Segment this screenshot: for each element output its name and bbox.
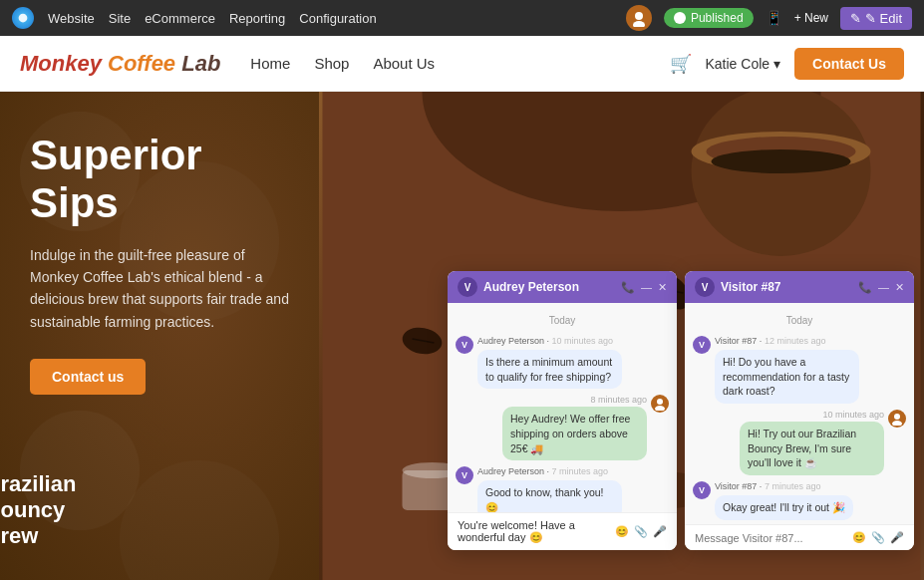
- msg-group: Audrey Peterson · 10 minutes ago Is ther…: [477, 336, 622, 389]
- emoji-icon[interactable]: 😊: [615, 525, 629, 538]
- visitor-msg-group-2: Audrey Peterson · 7 minutes ago Good to …: [477, 466, 622, 512]
- nav-website[interactable]: Website: [48, 11, 95, 26]
- agent-time-2: 10 minutes ago: [740, 410, 884, 420]
- mic-icon[interactable]: 🎤: [653, 525, 667, 538]
- visitor87-bubble-1: Hi! Do you have a recommendation for a t…: [715, 350, 859, 404]
- chat-contact-name-visitor87: Visitor #87: [721, 280, 852, 294]
- hero-title: Superior Sips: [30, 132, 289, 228]
- edit-button[interactable]: ✎ ✎ Edit: [840, 7, 912, 30]
- chat-window-visitor87: V Visitor #87 📞 — ✕ Today V Visitor #87 …: [685, 271, 914, 550]
- user-menu[interactable]: Katie Cole ▾: [706, 56, 781, 72]
- svg-point-27: [657, 399, 663, 405]
- svg-point-6: [692, 92, 871, 256]
- phone-icon-2[interactable]: 📞: [858, 281, 872, 294]
- visitor87-msg-row-2: V Visitor #87 · 7 minutes ago Okay great…: [693, 481, 906, 520]
- agent-time: 8 minutes ago: [502, 395, 647, 405]
- chat-body-audrey: Today V Audrey Peterson · 10 minutes ago…: [448, 303, 677, 512]
- chat-input-visitor87[interactable]: [695, 532, 846, 544]
- nav-bar: Monkey Coffee Lab Home Shop About Us 🛒 K…: [0, 36, 924, 92]
- chat-message-row: V Audrey Peterson · 10 minutes ago Is th…: [456, 336, 669, 389]
- chat-header-controls-2[interactable]: 📞 — ✕: [858, 281, 904, 294]
- nav-configuration[interactable]: Configuration: [299, 11, 376, 26]
- visitor-avatar: V: [456, 336, 473, 354]
- chat-footer-audrey: You're welcome! Have a wonderful day 😊 😊…: [448, 512, 677, 550]
- visitor87-sender: Visitor #87 · 12 minutes ago: [715, 336, 859, 346]
- attach-icon[interactable]: 📎: [634, 525, 648, 538]
- sender-name-2: Audrey Peterson · 7 minutes ago: [477, 466, 622, 476]
- svg-point-1: [635, 12, 643, 20]
- visitor87-msg-row-1: V Visitor #87 · 12 minutes ago Hi! Do yo…: [693, 336, 906, 404]
- agent-msg-row-2: 10 minutes ago Hi! Try out our Brazilian…: [693, 410, 906, 475]
- svg-point-30: [892, 421, 902, 426]
- mobile-icon[interactable]: 📱: [766, 10, 782, 26]
- svg-point-9: [712, 149, 851, 173]
- attach-icon-2[interactable]: 📎: [871, 531, 885, 544]
- brand-logo[interactable]: Monkey Coffee Lab: [20, 51, 220, 77]
- visitor-bubble-2: Good to know, thank you! 😊: [477, 480, 622, 512]
- hero-cta-button[interactable]: Contact us: [30, 359, 146, 395]
- published-toggle[interactable]: Published: [664, 8, 754, 28]
- main-nav: Home Shop About Us: [250, 55, 435, 72]
- chat-footer-icons[interactable]: 😊 📎 🎤: [615, 525, 667, 538]
- chat-footer-visitor87[interactable]: 😊 📎 🎤: [685, 524, 914, 550]
- hero-section: Superior Sips Indulge in the guilt-free …: [0, 92, 924, 580]
- close-icon[interactable]: ✕: [658, 281, 667, 294]
- chat-footer-icons-2[interactable]: 😊 📎 🎤: [852, 531, 904, 544]
- emoji-icon-2[interactable]: 😊: [852, 531, 866, 544]
- agent-avatar-2: [888, 410, 906, 428]
- admin-bar: Website Site eCommerce Reporting Configu…: [0, 0, 924, 36]
- sender-name: Audrey Peterson · 10 minutes ago: [477, 336, 622, 346]
- nav-about[interactable]: About Us: [373, 55, 435, 72]
- chat-footer-text: You're welcome! Have a wonderful day 😊: [458, 519, 609, 544]
- cart-icon[interactable]: 🛒: [670, 53, 692, 75]
- brand-monkey: Monkey: [20, 51, 102, 76]
- chat-contact-name-audrey: Audrey Peterson: [483, 280, 615, 294]
- odoo-logo-icon[interactable]: [12, 7, 34, 29]
- chat-bubble-visitor: Is there a minimum amount to qualify for…: [477, 350, 622, 389]
- hero-image-panel: V Audrey Peterson 📞 — ✕ Today V Audrey P…: [319, 92, 924, 580]
- chat-header-audrey: V Audrey Peterson 📞 — ✕: [448, 271, 677, 303]
- nav-shop[interactable]: Shop: [314, 55, 349, 72]
- nav-ecommerce[interactable]: eCommerce: [145, 11, 215, 26]
- contact-button[interactable]: Contact Us: [794, 48, 904, 80]
- username: Katie Cole: [706, 56, 770, 72]
- svg-point-28: [655, 406, 665, 411]
- svg-point-29: [894, 414, 900, 420]
- visitor87-avatar: V: [693, 336, 711, 354]
- new-button[interactable]: + New: [794, 11, 828, 25]
- nav-site[interactable]: Site: [109, 11, 131, 26]
- chat-container: V Audrey Peterson 📞 — ✕ Today V Audrey P…: [448, 271, 914, 550]
- phone-icon[interactable]: 📞: [621, 281, 635, 294]
- visitor87-sender-2: Visitor #87 · 7 minutes ago: [715, 481, 853, 491]
- chat-header-controls[interactable]: 📞 — ✕: [621, 281, 667, 294]
- agent-avatar: [651, 395, 669, 413]
- agent-bubble-2: Hi! Try out our Brazilian Bouncy Brew, I…: [740, 422, 884, 475]
- agent-msg-row: 8 minutes ago Hey Audrey! We offer free …: [456, 395, 669, 460]
- svg-point-2: [633, 21, 645, 27]
- mic-icon-2[interactable]: 🎤: [890, 531, 904, 544]
- user-avatar[interactable]: [626, 5, 652, 31]
- visitor-msg-row-2: V Audrey Peterson · 7 minutes ago Good t…: [456, 466, 669, 512]
- brand-lab: Lab: [181, 51, 220, 76]
- agent-msg-group-2: 10 minutes ago Hi! Try out our Brazilian…: [740, 410, 884, 475]
- chat-date-visitor87: Today: [693, 315, 906, 326]
- agent-msg-group: 8 minutes ago Hey Audrey! We offer free …: [502, 395, 647, 460]
- toggle-dot: [674, 12, 686, 24]
- chat-body-visitor87: Today V Visitor #87 · 12 minutes ago Hi!…: [685, 303, 914, 524]
- visitor-avatar-2: V: [456, 466, 473, 484]
- nav-reporting[interactable]: Reporting: [229, 11, 285, 26]
- visitor87-bubble-2: Okay great! I'll try it out 🎉: [715, 495, 853, 520]
- close-icon-2[interactable]: ✕: [895, 281, 904, 294]
- minimize-icon[interactable]: —: [641, 281, 652, 294]
- svg-point-0: [19, 14, 28, 23]
- visitor87-avatar-2: V: [693, 481, 711, 499]
- minimize-icon-2[interactable]: —: [878, 281, 889, 294]
- hero-left-panel: Superior Sips Indulge in the guilt-free …: [0, 92, 319, 580]
- edit-icon: ✎: [850, 11, 861, 26]
- dropdown-arrow-icon: ▾: [773, 56, 780, 72]
- chat-avatar-visitor87: V: [695, 277, 715, 297]
- admin-bar-left: Website Site eCommerce Reporting Configu…: [12, 7, 377, 29]
- nav-home[interactable]: Home: [250, 55, 290, 72]
- brew-title: Brazilian Bouncy Brew: [0, 471, 76, 549]
- visitor87-msg-group-2: Visitor #87 · 7 minutes ago Okay great! …: [715, 481, 853, 520]
